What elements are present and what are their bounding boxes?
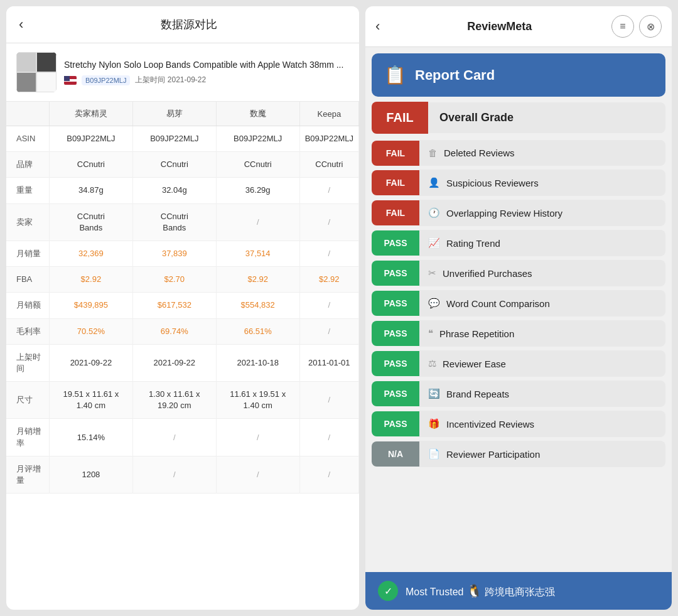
report-card-header: 📋 Report Card — [372, 53, 665, 97]
item-text: Brand Repeats — [446, 389, 509, 399]
item-badge: PASS — [372, 291, 419, 316]
table-row-label: 上架时间 — [6, 344, 49, 381]
close-button[interactable]: ⊗ — [639, 15, 662, 38]
table-cell: 70.52% — [49, 318, 132, 344]
items-list: FAIL🗑Deleted ReviewsFAIL👤Suspicious Revi… — [365, 136, 672, 572]
table-cell: / — [216, 419, 299, 456]
table-row: 月销量32,36937,83937,514/ — [6, 240, 359, 266]
table-cell: 2021-09-22 — [49, 344, 132, 381]
report-card-icon: 📋 — [384, 65, 406, 85]
overall-grade-row: FAIL Overall Grade — [372, 102, 665, 134]
product-image — [16, 52, 56, 92]
left-panel: ‹ 数据源对比 Stretchy Nylon Solo Loop Bands C… — [6, 6, 359, 610]
table-cell: 19.51 x 11.61 x 1.40 cm — [49, 382, 132, 419]
table-cell: / — [216, 203, 299, 240]
table-row-label: ASIN — [6, 126, 49, 152]
item-text: Incentivized Reviews — [446, 419, 534, 430]
item-badge: PASS — [372, 381, 419, 406]
table-cell: CCnutri Bands — [132, 203, 216, 240]
item-text: Suspicious Reviewers — [446, 178, 539, 188]
table-row-label: 品牌 — [6, 152, 49, 178]
item-icon: ✂ — [428, 267, 436, 279]
report-item-row: N/A📄Reviewer Participation — [372, 441, 665, 467]
item-icon: 🗑 — [428, 148, 438, 158]
bottom-bar-text: Most Trusted 🐧 跨境电商张志强 — [406, 583, 555, 599]
item-badge: PASS — [372, 411, 419, 436]
item-badge: PASS — [372, 230, 419, 256]
data-table: 卖家精灵易芽数魔Keepa ASINB09JP22MLJB09JP22MLJB0… — [6, 102, 359, 494]
item-icon: ⚖ — [428, 358, 436, 369]
table-cell: 11.61 x 19.51 x 1.40 cm — [216, 382, 299, 419]
list-date: 上架时间 2021-09-22 — [135, 75, 206, 85]
product-name: Stretchy Nylon Solo Loop Bands Compatibl… — [64, 59, 349, 72]
table-cell: 1.30 x 11.61 x 19.20 cm — [132, 382, 216, 419]
table-row: 毛利率70.52%69.74%66.51%/ — [6, 318, 359, 344]
table-cell: / — [299, 240, 358, 266]
table-row: 月评增量1208/// — [6, 456, 359, 493]
table-cell: / — [132, 419, 216, 456]
table-cell: $2.92 — [299, 267, 358, 293]
report-item-row: PASS📈Rating Trend — [372, 230, 665, 256]
data-table-wrapper: 卖家精灵易芽数魔Keepa ASINB09JP22MLJB09JP22MLJB0… — [6, 102, 359, 610]
table-cell: / — [299, 419, 358, 456]
left-back-button[interactable]: ‹ — [19, 16, 23, 33]
table-row-label: 月评增量 — [6, 456, 49, 493]
item-icon: 📄 — [428, 448, 440, 460]
item-label: 🔄Brand Repeats — [419, 381, 665, 407]
table-cell: / — [299, 382, 358, 419]
table-cell: $2.70 — [132, 267, 216, 293]
table-cell: / — [299, 293, 358, 318]
table-row: 品牌CCnutriCCnutriCCnutriCCnutri — [6, 152, 359, 178]
item-label: 💬Word Count Comparison — [419, 290, 665, 316]
table-row-label: 重量 — [6, 178, 49, 203]
item-badge: FAIL — [372, 200, 419, 225]
right-panel: ‹ ReviewMeta ≡ ⊗ 📋 Report Card FAIL Over… — [365, 6, 672, 610]
item-badge: N/A — [372, 441, 419, 467]
item-text: Reviewer Participation — [446, 449, 540, 460]
item-label: 📄Reviewer Participation — [419, 441, 665, 467]
product-text: Stretchy Nylon Solo Loop Bands Compatibl… — [64, 59, 349, 86]
left-title: 数据源对比 — [31, 17, 347, 32]
table-row: FBA$2.92$2.70$2.92$2.92 — [6, 267, 359, 293]
table-row: 上架时间2021-09-222021-09-222021-10-182011-0… — [6, 344, 359, 381]
item-badge: PASS — [372, 321, 419, 346]
table-cell: B09JP22MLJ — [132, 126, 216, 152]
item-text: Word Count Comparison — [446, 298, 550, 309]
item-icon: 📈 — [428, 237, 440, 249]
table-row-label: 毛利率 — [6, 318, 49, 344]
left-header: ‹ 数据源对比 — [6, 6, 359, 43]
table-cell: 2021-10-18 — [216, 344, 299, 381]
item-label: 👤Suspicious Reviewers — [419, 170, 665, 196]
flag-icon — [64, 76, 77, 85]
item-icon: 💬 — [428, 298, 440, 309]
table-row: 月销增率15.14%/// — [6, 419, 359, 456]
table-row-label: 月销额 — [6, 293, 49, 318]
item-icon: 🕐 — [428, 207, 440, 219]
menu-button[interactable]: ≡ — [611, 15, 634, 38]
table-cell: 36.29g — [216, 178, 299, 203]
table-row-label: 尺寸 — [6, 382, 49, 419]
item-icon: ❝ — [428, 328, 433, 339]
table-header-cell: 数魔 — [216, 102, 299, 126]
table-cell: / — [299, 178, 358, 203]
item-text: Phrase Repetition — [439, 328, 514, 339]
item-icon: 👤 — [428, 177, 440, 188]
table-cell: B09JP22MLJ — [216, 126, 299, 152]
right-title: ReviewMeta — [387, 20, 611, 33]
table-cell: / — [299, 203, 358, 240]
item-text: Rating Trend — [446, 238, 500, 249]
item-text: Reviewer Ease — [443, 359, 506, 369]
table-cell: $554,832 — [216, 293, 299, 318]
item-badge: FAIL — [372, 170, 419, 195]
table-cell: 2011-01-01 — [299, 344, 358, 381]
report-item-row: PASS✂Unverified Purchases — [372, 260, 665, 286]
table-row: ASINB09JP22MLJB09JP22MLJB09JP22MLJB09JP2… — [6, 126, 359, 152]
table-cell: / — [216, 456, 299, 493]
table-cell: 15.14% — [49, 419, 132, 456]
table-cell: 1208 — [49, 456, 132, 493]
report-item-row: FAIL🕐Overlapping Review History — [372, 200, 665, 226]
right-back-button[interactable]: ‹ — [375, 18, 380, 35]
table-row: 重量34.87g32.04g36.29g/ — [6, 178, 359, 203]
right-header-icons: ≡ ⊗ — [611, 15, 662, 38]
table-cell: CCnutri — [132, 152, 216, 178]
